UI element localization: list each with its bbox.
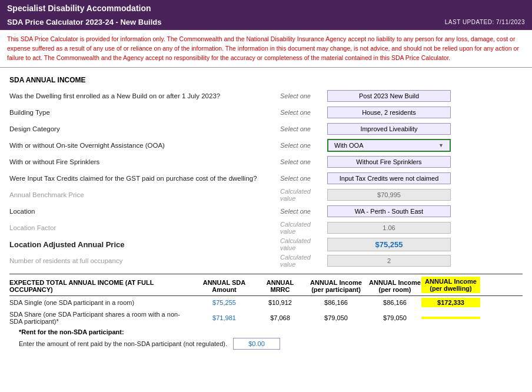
field-ooa-label: With or without On-site Overnight Assist… <box>9 142 280 149</box>
field-benchmark-price-value: $70,995 <box>327 189 523 201</box>
tax-credits-dropdown[interactable]: Input Tax Credits were not claimed <box>327 172 451 184</box>
ooa-dropdown[interactable]: With OOA ▼ <box>327 139 451 152</box>
rent-label-text: Enter the amount of rent paid by the non… <box>9 340 233 347</box>
last-updated: LAST UPDATED: 7/11/2023 <box>445 19 525 25</box>
ooa-arrow-icon: ▼ <box>438 142 444 148</box>
section-title: SDA ANNUAL INCOME <box>9 76 523 84</box>
row1-per-participant: $86,166 <box>304 299 368 306</box>
adjusted-price-label: Location Adjusted Annual Price <box>9 240 280 249</box>
field-location-label: Location <box>9 208 280 215</box>
num-residents-placeholder: Calculated value <box>280 254 327 268</box>
table-header-annual-sda: ANNUAL SDA Amount <box>192 279 257 293</box>
row1-mrrc: $10,912 <box>257 299 304 306</box>
rent-row: Enter the amount of rent paid by the non… <box>9 337 523 351</box>
field-benchmark-price-placeholder: Calculated value <box>280 188 327 202</box>
adjusted-price-display: $75,255 <box>327 238 451 251</box>
field-fire-sprinklers-placeholder: Select one <box>280 158 327 165</box>
field-location-factor-label: Location Factor <box>9 224 280 231</box>
building-type-dropdown[interactable]: House, 2 residents <box>327 107 451 118</box>
field-adjusted-price: Location Adjusted Annual Price Calculate… <box>9 237 523 251</box>
row2-desc: SDA Share (one SDA Participant shares a … <box>9 311 192 325</box>
field-num-residents: Number of residents at full occupancy Ca… <box>9 254 523 268</box>
field-tax-credits-input[interactable]: Input Tax Credits were not claimed <box>327 172 523 184</box>
field-design-category-input[interactable]: Improved Liveability <box>327 123 523 135</box>
field-building-type: Building Type Select one House, 2 reside… <box>9 105 523 119</box>
field-location-placeholder: Select one <box>280 208 327 215</box>
row2-mrrc: $7,068 <box>257 314 304 321</box>
table-header-per-room: ANNUAL Income (per room) <box>368 279 421 293</box>
field-new-build-placeholder: Select one <box>280 92 327 99</box>
num-residents-label: Number of residents at full occupancy <box>9 257 280 264</box>
adjusted-price-placeholder: Calculated value <box>280 237 327 251</box>
field-ooa-input[interactable]: With OOA ▼ <box>327 139 523 152</box>
row1-per-room: $86,166 <box>368 299 421 306</box>
field-building-type-input[interactable]: House, 2 residents <box>327 107 523 118</box>
field-location-factor-value: 1.06 <box>327 222 523 234</box>
field-ooa: With or without On-site Overnight Assist… <box>9 138 523 152</box>
field-tax-credits-label: Were Input Tax Credits claimed for the G… <box>9 175 280 182</box>
row1-per-dwelling: $172,333 <box>421 298 480 307</box>
field-fire-sprinklers-label: With or without Fire Sprinklers <box>9 158 280 165</box>
table-header-per-participant: ANNUAL Income (per participant) <box>304 279 368 293</box>
field-benchmark-price: Annual Benchmark Price Calculated value … <box>9 188 523 202</box>
location-dropdown[interactable]: WA - Perth - South East <box>327 205 451 217</box>
field-location-factor-placeholder: Calculated value <box>280 221 327 235</box>
ooa-value: With OOA <box>334 142 364 149</box>
field-ooa-placeholder: Select one <box>280 142 327 149</box>
rent-input[interactable] <box>233 338 280 350</box>
field-location-input[interactable]: WA - Perth - South East <box>327 205 523 217</box>
field-benchmark-price-label: Annual Benchmark Price <box>9 191 280 198</box>
field-tax-credits-placeholder: Select one <box>280 175 327 182</box>
row1-annual-sda: $75,255 <box>192 299 257 306</box>
field-fire-sprinklers: With or without Fire Sprinklers Select o… <box>9 155 523 169</box>
header-top: Specialist Disability Accommodation SDA … <box>0 0 532 30</box>
page-subtitle: SDA Price Calculator 2023-24 - New Build… <box>7 18 162 26</box>
field-location: Location Select one WA - Perth - South E… <box>9 204 523 218</box>
field-new-build-input[interactable]: Post 2023 New Build <box>327 90 523 102</box>
field-design-category: Design Category Select one Improved Live… <box>9 122 523 136</box>
income-table: EXPECTED TOTAL ANNUAL INCOME (AT FULL OC… <box>9 274 523 351</box>
location-factor-display: 1.06 <box>327 222 451 234</box>
disclaimer-text: This SDA Price Calculator is provided fo… <box>0 30 532 68</box>
field-building-type-label: Building Type <box>9 109 280 116</box>
design-category-dropdown[interactable]: Improved Liveability <box>327 123 451 135</box>
rent-input-area[interactable] <box>233 338 280 350</box>
table-header-per-dwelling: ANNUAL Income (per dwelling) <box>421 277 480 293</box>
new-build-dropdown[interactable]: Post 2023 New Build <box>327 90 451 102</box>
field-design-category-label: Design Category <box>9 125 280 132</box>
field-tax-credits: Were Input Tax Credits claimed for the G… <box>9 171 523 185</box>
table-header-desc: EXPECTED TOTAL ANNUAL INCOME (AT FULL OC… <box>9 279 192 293</box>
table-row-sda-share: SDA Share (one SDA Participant shares a … <box>9 309 523 327</box>
num-residents-display: 2 <box>327 255 451 267</box>
app-title: Specialist Disability Accommodation <box>7 4 151 13</box>
row2-annual-sda: $71,981 <box>192 314 257 321</box>
field-design-category-placeholder: Select one <box>280 125 327 132</box>
num-residents-value: 2 <box>327 255 523 267</box>
benchmark-price-display: $70,995 <box>327 189 451 201</box>
fire-sprinklers-dropdown[interactable]: Without Fire Sprinklers <box>327 156 451 168</box>
row2-per-participant: $79,050 <box>304 314 368 321</box>
field-new-build: Was the Dwelling first enrolled as a New… <box>9 89 523 103</box>
field-fire-sprinklers-input[interactable]: Without Fire Sprinklers <box>327 156 523 168</box>
field-new-build-label: Was the Dwelling first enrolled as a New… <box>9 92 280 99</box>
table-header-row: EXPECTED TOTAL ANNUAL INCOME (AT FULL OC… <box>9 274 523 296</box>
table-header-mrrc: ANNUAL MRRC <box>257 279 304 293</box>
field-location-factor: Location Factor Calculated value 1.06 <box>9 221 523 235</box>
table-row-sda-single: SDA Single (one SDA participant in a roo… <box>9 296 523 309</box>
row2-per-dwelling <box>421 317 480 319</box>
sub-label-rent: *Rent for the non-SDA participant: <box>9 327 523 337</box>
adjusted-price-value: $75,255 <box>327 238 523 251</box>
field-building-type-placeholder: Select one <box>280 109 327 116</box>
row2-per-room: $79,050 <box>368 314 421 321</box>
row1-desc: SDA Single (one SDA participant in a roo… <box>9 299 192 306</box>
